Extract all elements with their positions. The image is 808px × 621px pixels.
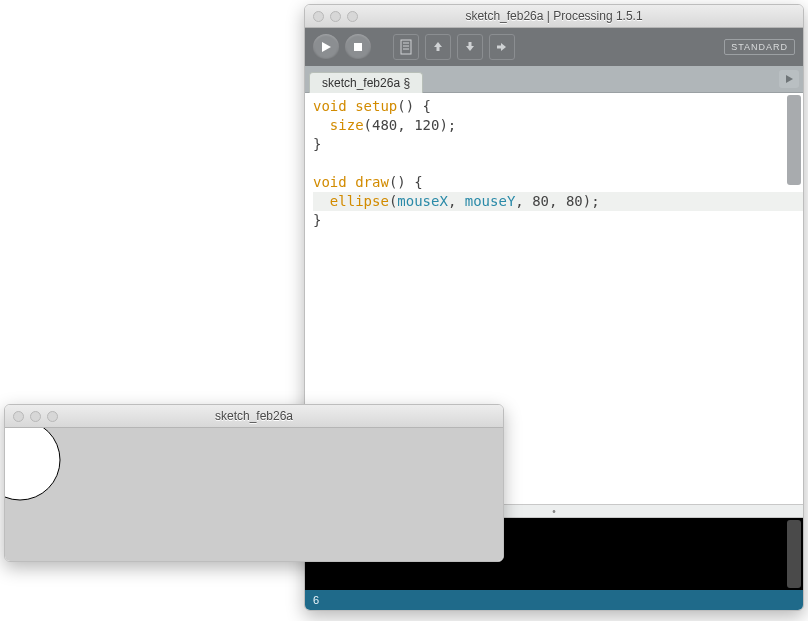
code-line: void draw() { <box>313 173 803 192</box>
svg-rect-2 <box>401 40 411 54</box>
zoom-icon[interactable] <box>347 11 358 22</box>
zoom-icon[interactable] <box>47 411 58 422</box>
svg-marker-0 <box>322 42 331 52</box>
arrow-right-icon <box>495 40 509 54</box>
svg-rect-8 <box>469 42 472 46</box>
ide-toolbar: STANDARD <box>305 28 803 66</box>
code-line <box>313 154 803 173</box>
code-line: } <box>313 135 803 154</box>
sketch-canvas[interactable] <box>5 428 503 561</box>
window-controls <box>13 411 58 422</box>
code-line-current: ellipse(mouseX, mouseY, 80, 80); <box>313 192 803 211</box>
stop-icon <box>353 42 363 52</box>
run-button[interactable] <box>313 34 339 60</box>
svg-rect-10 <box>497 46 501 49</box>
close-icon[interactable] <box>13 411 24 422</box>
svg-point-13 <box>5 428 60 500</box>
ide-window-title: sketch_feb26a | Processing 1.5.1 <box>305 9 803 23</box>
sketch-output-window: sketch_feb26a <box>4 404 504 562</box>
console-scrollbar-thumb[interactable] <box>787 520 801 588</box>
ide-titlebar[interactable]: sketch_feb26a | Processing 1.5.1 <box>305 5 803 28</box>
tab-bar: sketch_feb26a § <box>305 66 803 93</box>
stop-button[interactable] <box>345 34 371 60</box>
minimize-icon[interactable] <box>30 411 41 422</box>
code-line: void setup() { <box>313 97 803 116</box>
open-button[interactable] <box>425 34 451 60</box>
console-scrollbar[interactable] <box>787 520 801 588</box>
arrow-right-icon <box>784 74 794 84</box>
save-button[interactable] <box>457 34 483 60</box>
new-file-icon <box>399 39 413 55</box>
sketch-window-title: sketch_feb26a <box>5 409 503 423</box>
ellipse-shape-icon <box>5 428 80 520</box>
tab-menu-button[interactable] <box>779 70 799 88</box>
svg-rect-7 <box>437 47 440 51</box>
code-line: } <box>313 211 803 230</box>
svg-marker-6 <box>434 42 442 47</box>
svg-rect-1 <box>354 43 362 51</box>
svg-marker-9 <box>466 46 474 51</box>
arrow-down-icon <box>463 40 477 54</box>
tab-sketch[interactable]: sketch_feb26a § <box>309 72 423 93</box>
arrow-up-icon <box>431 40 445 54</box>
play-icon <box>320 41 332 53</box>
status-bar: 6 <box>305 590 803 610</box>
editor-scrollbar-thumb[interactable] <box>787 95 801 185</box>
code-line: size(480, 120); <box>313 116 803 135</box>
status-line-number: 6 <box>313 594 319 606</box>
minimize-icon[interactable] <box>330 11 341 22</box>
export-button[interactable] <box>489 34 515 60</box>
svg-marker-12 <box>786 75 793 83</box>
sketch-titlebar[interactable]: sketch_feb26a <box>5 405 503 428</box>
window-controls <box>313 11 358 22</box>
mode-badge[interactable]: STANDARD <box>724 39 795 55</box>
svg-marker-11 <box>501 43 506 51</box>
close-icon[interactable] <box>313 11 324 22</box>
new-button[interactable] <box>393 34 419 60</box>
